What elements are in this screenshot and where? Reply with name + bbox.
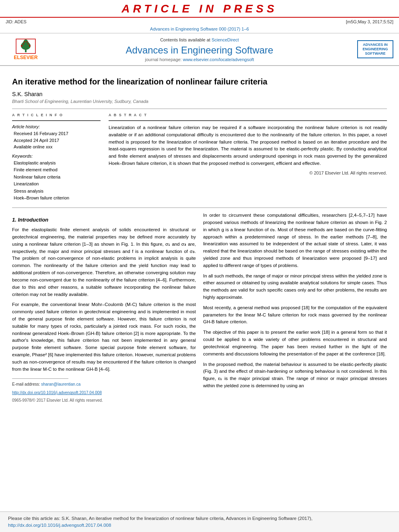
abstract-label: A B S T R A C T	[109, 113, 387, 117]
engineering-badge: ADVANCES IN ENGINEERING SOFTWARE	[357, 40, 393, 58]
citation-bar: Please cite this article as: S.K. Sharan…	[0, 511, 399, 532]
journal-link-row: Advances in Engineering Software 000 (20…	[0, 26, 399, 32]
body-para-2: For example, the conventional linear Moh…	[12, 301, 196, 373]
keyword-1: Elastoplastic analysis	[14, 160, 101, 167]
divider-abstract	[109, 120, 387, 121]
abstract-col: A B S T R A C T Linearization of a nonli…	[109, 113, 387, 202]
body-col-left: 1. Introduction For the elastoplastic fi…	[12, 212, 196, 403]
header-right: ADVANCES IN ENGINEERING SOFTWARE	[353, 40, 393, 58]
affiliation: Bharti School of Engineering, Laurentian…	[12, 99, 387, 104]
banner-text: ARTICLE IN PRESS	[121, 2, 277, 15]
keyword-6: Hoek–Brown failure criterion	[14, 195, 101, 202]
email-link[interactable]: sharan@laurentian.ca	[41, 382, 80, 386]
keyword-4: Linearization	[14, 181, 101, 188]
body-para-5: Most recently, a general method was prop…	[203, 304, 387, 326]
available-online: Available online xxx	[14, 144, 101, 150]
journal-issue: Advances in Engineering Software 000 (20…	[150, 27, 249, 31]
article-title: An iterative method for the linearizatio…	[12, 76, 387, 87]
header-area: ELSEVIER Contents lists available at Sci…	[0, 33, 399, 66]
header-center: Contents lists available at ScienceDirec…	[46, 37, 353, 62]
divider-info	[12, 120, 101, 121]
svg-point-9	[28, 43, 29, 44]
keyword-3: Nonlinear failure criteria	[14, 174, 101, 181]
body-col-right: In order to circumvent these computation…	[203, 212, 387, 403]
article-in-press-banner: ARTICLE IN PRESS	[0, 0, 399, 18]
body-para-7: In the proposed method, the material beh…	[203, 361, 387, 390]
jid-text: JID: ADES	[6, 19, 27, 24]
keywords-label: Keywords:	[12, 154, 101, 158]
body-para-3: In order to circumvent these computation…	[203, 212, 387, 269]
main-content: An iterative method for the linearizatio…	[0, 66, 399, 407]
journal-title: Advances in Engineering Software	[46, 45, 353, 56]
date-text: [m5G;May 3, 2017;5:52]	[346, 19, 393, 24]
badge-line2: ENGINEERING	[360, 47, 390, 51]
body-columns: 1. Introduction For the elastoplastic fi…	[12, 212, 387, 403]
elsevier-tree-icon	[16, 39, 36, 54]
body-para-6: The objective of this paper is to presen…	[203, 329, 387, 357]
body-para-4: In all such methods, the range of major …	[203, 273, 387, 301]
citation-doi-link[interactable]: http://dx.doi.org/10.1016/j.advengsoft.2…	[8, 523, 111, 528]
svg-point-10	[24, 41, 25, 42]
svg-point-7	[29, 45, 31, 47]
keyword-2: Finite element method	[14, 166, 101, 174]
badge-line3: SOFTWARE	[360, 51, 390, 56]
divider-1	[12, 109, 387, 109]
svg-point-6	[21, 45, 23, 47]
svg-point-8	[23, 43, 24, 44]
article-history: Article history: Received 16 February 20…	[12, 124, 101, 202]
issn-text: 0965-9978/© 2017 Elsevier Ltd. All right…	[12, 397, 196, 404]
keyword-5: Stress analysis	[14, 188, 101, 195]
author-name: S.K. Sharan	[12, 91, 387, 97]
footnote-email: E-mail address: sharan@laurentian.ca	[12, 381, 196, 387]
copyright-line: © 2017 Elsevier Ltd. All rights reserved…	[109, 170, 387, 175]
doi-link[interactable]: http://dx.doi.org/10.1016/j.advengsoft.2…	[12, 390, 196, 396]
footnote-divider	[12, 378, 68, 379]
body-para-1: For the elastoplastic finite element ana…	[12, 226, 196, 298]
contents-label: Contents lists available at	[160, 37, 212, 42]
divider-body	[12, 207, 387, 208]
badge-line1: ADVANCES IN	[360, 43, 390, 47]
section1-heading: 1. Introduction	[12, 216, 196, 224]
citation-text: Please cite this article as: S.K. Sharan…	[8, 516, 313, 521]
sciencedirect-link[interactable]: ScienceDirect	[212, 37, 239, 42]
article-info-label: A R T I C L E I N F O	[12, 113, 101, 117]
email-label: E-mail address:	[12, 382, 40, 386]
accepted-date: Accepted 24 April 2017	[14, 137, 101, 144]
journal-homepage: journal homepage: www.elsevier.com/locat…	[46, 57, 353, 62]
elsevier-wordmark: ELSEVIER	[14, 55, 37, 60]
article-info-abstract: A R T I C L E I N F O Article history: R…	[12, 113, 387, 202]
top-meta: JID: ADES [m5G;May 3, 2017;5:52]	[0, 18, 399, 26]
article-info-col: A R T I C L E I N F O Article history: R…	[12, 113, 101, 202]
elsevier-logo: ELSEVIER	[6, 39, 46, 60]
svg-point-11	[27, 41, 28, 42]
received-date: Received 16 February 2017	[14, 130, 101, 137]
homepage-link[interactable]: www.elsevier.com/locate/advengsoft	[183, 57, 254, 62]
abstract-text: Linearization of a nonlinear failure cri…	[109, 124, 387, 167]
history-label: Article history:	[12, 124, 101, 129]
